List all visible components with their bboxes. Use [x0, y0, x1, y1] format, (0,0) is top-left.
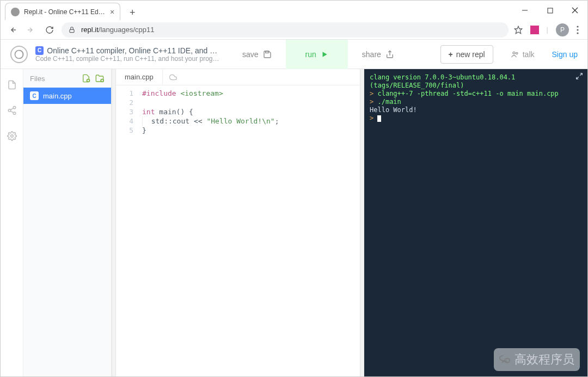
repl-header: C Online C++11 compiler, Online C++11 ID… [1, 40, 587, 69]
file-name: main.cpp [43, 92, 72, 100]
share-rail-icon[interactable] [7, 106, 17, 117]
cloud-icon [169, 73, 177, 81]
new-tab-button[interactable]: + [125, 5, 140, 20]
terminal-cursor [377, 115, 381, 122]
main-body: Files C main.cpp main.cpp 123 [1, 69, 587, 376]
code-area[interactable]: 12345 #include <iostream> int main() { s… [116, 85, 360, 376]
file-rail-icon[interactable] [7, 80, 17, 91]
svg-rect-12 [265, 51, 268, 53]
lock-icon [68, 26, 76, 34]
line-gutter: 12345 [116, 89, 139, 376]
browser-extensions: | P [514, 23, 582, 36]
files-label: Files [30, 75, 45, 83]
url-text: repl.it/languages/cpp11 [81, 26, 154, 34]
files-pane: Files C main.cpp [23, 69, 112, 376]
talk-link[interactable]: talk [511, 50, 535, 59]
forward-button[interactable] [24, 23, 38, 36]
save-label: save [242, 50, 259, 59]
svg-point-15 [513, 52, 515, 54]
left-rail [1, 69, 23, 376]
minimize-icon [522, 7, 528, 14]
pane-divider-left[interactable] [112, 69, 116, 376]
gear-rail-icon[interactable] [7, 131, 17, 143]
new-file-icon[interactable] [82, 74, 90, 83]
svg-point-31 [505, 359, 510, 362]
terminal-pane[interactable]: clang version 7.0.0-3~ubuntu0.18.04.1 (t… [364, 69, 587, 376]
profile-avatar[interactable]: P [556, 23, 569, 36]
url-bar: repl.it/languages/cpp11 | P [1, 20, 587, 40]
svg-point-16 [516, 52, 517, 54]
tab-title: Repl.it - Online C++11 Editor [24, 8, 106, 16]
signup-link[interactable]: Sign up [552, 50, 578, 59]
star-icon[interactable] [514, 26, 523, 34]
reload-icon [45, 26, 54, 34]
repl-logo-icon[interactable] [10, 46, 28, 63]
close-icon [572, 7, 578, 14]
talk-label: talk [523, 50, 535, 59]
terminal-fullscreen-icon[interactable] [575, 72, 583, 82]
svg-rect-1 [548, 8, 553, 13]
tab-close-icon[interactable]: × [110, 8, 114, 16]
maximize-icon [547, 8, 553, 14]
run-button[interactable]: run [286, 40, 348, 69]
back-arrow-icon [8, 26, 17, 34]
header-actions: save run share [228, 40, 408, 69]
tab-favicon-icon [11, 8, 20, 16]
save-icon [263, 50, 272, 59]
save-button[interactable]: save [228, 40, 286, 69]
svg-line-21 [10, 111, 13, 113]
browser-menu-icon[interactable] [577, 26, 579, 34]
svg-line-30 [577, 77, 579, 79]
close-button[interactable] [562, 1, 587, 20]
svg-point-8 [577, 26, 578, 27]
share-icon [385, 50, 394, 59]
svg-point-9 [577, 29, 578, 30]
window-controls [512, 1, 587, 20]
svg-point-17 [13, 107, 16, 109]
svg-marker-13 [322, 52, 327, 57]
forward-arrow-icon [27, 26, 35, 34]
editor-tab-main-cpp[interactable]: main.cpp [116, 69, 163, 85]
browser-window: Repl.it - Online C++11 Editor × + [0, 0, 588, 377]
address-bar[interactable]: repl.it/languages/cpp11 [62, 22, 509, 38]
svg-marker-7 [514, 26, 522, 33]
share-label: share [362, 50, 381, 59]
editor-tabs: main.cpp [116, 69, 360, 85]
pane-divider-right[interactable] [360, 69, 364, 376]
minimize-button[interactable] [512, 1, 537, 20]
svg-point-18 [8, 109, 11, 112]
reload-button[interactable] [43, 23, 56, 36]
editor-pane: main.cpp 12345 #include <iostream> int m… [116, 69, 360, 376]
repl-subtitle: Code C++11, compile C++11, run C++11, an… [35, 55, 220, 63]
repl-title-block: C Online C++11 compiler, Online C++11 ID… [35, 46, 220, 63]
people-icon [511, 50, 519, 59]
terminal-output: clang version 7.0.0-3~ubuntu0.18.04.1 (t… [370, 73, 582, 122]
play-icon [321, 51, 328, 58]
wechat-icon [499, 354, 511, 366]
svg-point-22 [10, 135, 13, 138]
back-button[interactable] [6, 23, 19, 36]
svg-rect-6 [70, 29, 74, 32]
repl-title: Online C++11 compiler, Online C++11 IDE,… [47, 46, 220, 55]
titlebar: Repl.it - Online C++11 Editor × + [1, 1, 587, 20]
files-header: Files [23, 69, 111, 88]
svg-point-19 [13, 112, 16, 115]
browser-tabs: Repl.it - Online C++11 Editor × + [1, 1, 512, 20]
new-folder-icon[interactable] [95, 74, 105, 83]
code-content[interactable]: #include <iostream> int main() { std::co… [139, 89, 360, 376]
svg-line-29 [580, 73, 582, 76]
new-repl-label: new repl [456, 50, 485, 59]
ext-divider: | [547, 26, 548, 34]
maximize-button[interactable] [537, 1, 562, 20]
new-repl-button[interactable]: + new repl [440, 45, 493, 64]
browser-tab-active[interactable]: Repl.it - Online C++11 Editor × [5, 3, 120, 20]
cpp-file-icon: C [30, 91, 39, 100]
extension-icon[interactable] [530, 26, 539, 34]
svg-point-10 [577, 32, 578, 34]
cpp-lang-icon: C [35, 46, 44, 55]
svg-line-20 [10, 108, 13, 110]
save-status [163, 69, 187, 85]
share-button[interactable]: share [348, 40, 408, 69]
watermark: 高效程序员 [494, 348, 580, 371]
file-item-main-cpp[interactable]: C main.cpp [23, 88, 111, 104]
